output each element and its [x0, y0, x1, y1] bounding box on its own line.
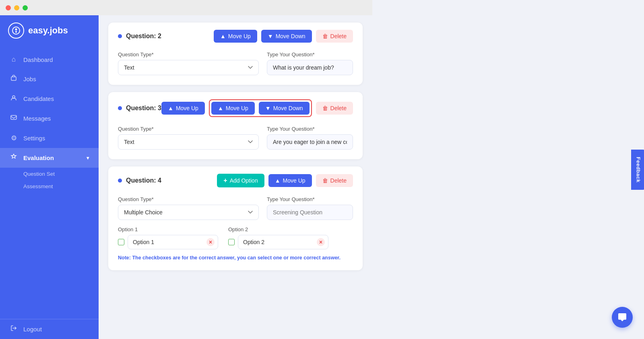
q4-question-label: Type Your Question*: [267, 196, 353, 202]
options-row: Option 1 × Option 2: [118, 226, 353, 249]
question-3-section: Question: 3 ▲ Move Up ▲ Move Up: [108, 92, 363, 159]
sidebar-item-settings[interactable]: ⚙ Settings: [0, 128, 99, 148]
q3-question-input[interactable]: [267, 134, 353, 150]
question-4-section: Question: 4 + Add Option ▲ Move Up 🗑: [108, 166, 363, 270]
chevron-down-icon: ▼: [268, 33, 273, 39]
sidebar-item-jobs[interactable]: Jobs: [0, 69, 99, 89]
messages-icon: [10, 114, 18, 123]
q3-type-select[interactable]: Text: [118, 134, 259, 150]
svg-point-0: [12, 27, 20, 34]
q4-move-up-button[interactable]: ▲ Move Up: [268, 174, 312, 187]
candidates-icon: [10, 95, 18, 103]
q2-type-select[interactable]: Text: [118, 60, 259, 75]
q4-question-input[interactable]: [267, 205, 353, 220]
logo: easy.jobs: [0, 15, 99, 46]
window-chrome: [0, 0, 372, 15]
main-content: Question: 2 ▲ Move Up ▼ Move Down 🗑: [99, 15, 372, 339]
minimize-dot[interactable]: [14, 5, 19, 10]
logo-icon: [8, 23, 24, 39]
sidebar-item-messages[interactable]: Messages: [0, 109, 99, 128]
chevron-up-icon: ▲: [220, 33, 226, 39]
sidebar-item-label: Evaluation: [23, 154, 54, 161]
question-3-body: Question Type* Text Type Your Question*: [108, 126, 363, 159]
close-dot[interactable]: [6, 5, 11, 10]
question-2-form-row: Question Type* Text Type Your Question*: [118, 51, 353, 75]
question-2-body: Question Type* Text Type Your Question*: [108, 51, 363, 85]
chevron-down-icon: ▾: [87, 155, 89, 161]
jobs-icon: [10, 75, 18, 83]
q2-question-input[interactable]: [267, 60, 353, 75]
sidebar: easy.jobs ⌂ Dashboard Jobs Can: [0, 15, 99, 339]
question-dot: [118, 34, 122, 38]
option-1-input[interactable]: [128, 235, 218, 249]
sidebar-item-label: Jobs: [23, 76, 36, 82]
settings-icon: ⚙: [10, 134, 18, 142]
sidebar-item-candidates[interactable]: Candidates: [0, 89, 99, 109]
sidebar-subitem-question-set[interactable]: Question Set: [23, 168, 99, 180]
question-2-label: Question: 2: [118, 33, 161, 40]
q3-type-label: Question Type*: [118, 126, 259, 132]
option-2-checkbox[interactable]: [228, 239, 235, 245]
question-4-actions: + Add Option ▲ Move Up 🗑 Delete: [217, 174, 353, 187]
svg-rect-3: [11, 77, 16, 80]
svg-point-4: [12, 96, 15, 98]
q2-type-label: Question Type*: [118, 51, 259, 58]
q4-type-group: Question Type* Multiple Choice: [118, 196, 259, 220]
q2-delete-button[interactable]: 🗑 Delete: [316, 30, 353, 43]
q3-type-group: Question Type* Text: [118, 126, 259, 150]
trash-icon: 🗑: [322, 177, 328, 184]
trash-icon: 🗑: [322, 33, 328, 39]
q3-delete-button[interactable]: 🗑 Delete: [316, 102, 353, 115]
q3-move-up-button-2[interactable]: ▲ Move Up: [211, 102, 255, 115]
question-2-section: Question: 2 ▲ Move Up ▼ Move Down 🗑: [108, 23, 363, 85]
option-1-clear-button[interactable]: ×: [206, 238, 215, 246]
sidebar-item-label: Messages: [23, 115, 51, 122]
svg-rect-5: [11, 115, 17, 119]
trash-icon: 🗑: [322, 105, 328, 111]
question-2-actions: ▲ Move Up ▼ Move Down 🗑 Delete: [214, 30, 353, 43]
question-4-header: Question: 4 + Add Option ▲ Move Up 🗑: [108, 166, 363, 195]
option-1-checkbox[interactable]: [118, 239, 124, 245]
question-3-header: Question: 3 ▲ Move Up ▲ Move Up: [108, 92, 363, 124]
q3-question-label: Type Your Question*: [267, 126, 353, 132]
highlight-box: ▲ Move Up ▼ Move Down: [209, 99, 312, 117]
option-2-wrapper: ×: [238, 235, 329, 249]
question-4-body: Question Type* Multiple Choice Type Your…: [108, 196, 363, 270]
option-1-group: Option 1 ×: [118, 226, 219, 249]
maximize-dot[interactable]: [23, 5, 28, 10]
option-2-clear-button[interactable]: ×: [317, 238, 325, 246]
chevron-up-icon: ▲: [218, 105, 223, 111]
q2-move-down-button[interactable]: ▼ Move Down: [261, 30, 312, 43]
sidebar-item-logout[interactable]: Logout: [0, 319, 99, 339]
option-2-input-row: ×: [228, 235, 329, 249]
sidebar-item-evaluation[interactable]: Evaluation ▾: [0, 148, 99, 168]
logout-label: Logout: [23, 326, 42, 333]
q4-add-option-button[interactable]: + Add Option: [217, 174, 264, 187]
chevron-up-icon: ▲: [168, 105, 173, 111]
q3-question-group: Type Your Question*: [267, 126, 353, 150]
option-1-label: Option 1: [118, 226, 219, 232]
q3-move-down-button[interactable]: ▼ Move Down: [259, 102, 310, 115]
sidebar-item-label: Dashboard: [23, 56, 53, 63]
question-2-header: Question: 2 ▲ Move Up ▼ Move Down 🗑: [108, 23, 363, 50]
question-4-label: Question: 4: [118, 177, 161, 184]
q2-question-group: Type Your Question*: [267, 51, 353, 75]
question-dot: [118, 106, 122, 110]
question-3-label: Question: 3: [118, 105, 161, 112]
svg-rect-2: [16, 31, 17, 33]
q4-delete-button[interactable]: 🗑 Delete: [316, 174, 353, 187]
question-3-actions: ▲ Move Up ▲ Move Up ▼ Move Down: [161, 99, 353, 117]
q4-question-group: Type Your Question*: [267, 196, 353, 220]
sidebar-nav: ⌂ Dashboard Jobs Candidates: [0, 46, 99, 339]
sidebar-subitem-assessment[interactable]: Assessment: [23, 180, 99, 193]
q4-type-select[interactable]: Multiple Choice: [118, 205, 259, 220]
option-2-input[interactable]: [238, 235, 328, 249]
logo-text: easy.jobs: [28, 25, 68, 36]
sidebar-item-dashboard[interactable]: ⌂ Dashboard: [0, 50, 99, 69]
q3-move-up-button[interactable]: ▲ Move Up: [161, 102, 205, 115]
note-text: Note: The checkboxes are for the correct…: [118, 255, 353, 261]
sidebar-item-label: Settings: [23, 135, 45, 142]
plus-icon: +: [223, 177, 227, 184]
q2-move-up-button[interactable]: ▲ Move Up: [214, 30, 257, 43]
evaluation-icon: [10, 154, 18, 162]
